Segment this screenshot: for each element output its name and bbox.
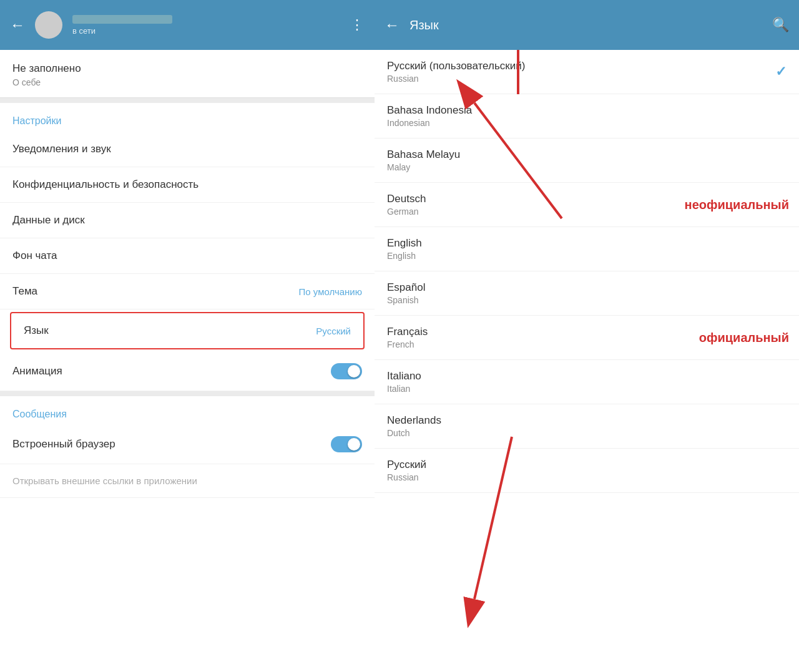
language-page-title: Язык [409, 18, 762, 32]
unofficial-label: неофициальный [685, 198, 789, 212]
sidebar-item-chat-bg[interactable]: Фон чата [0, 238, 375, 274]
back-button[interactable]: ← [10, 16, 25, 34]
sidebar-item-language[interactable]: Язык Русский [10, 312, 365, 349]
contact-status: в сети [72, 26, 340, 36]
left-content: Не заполнено О себе Настройки Уведомлени… [0, 50, 375, 672]
sidebar-item-theme[interactable]: Тема По умолчанию [0, 274, 375, 309]
search-icon[interactable]: 🔍 [772, 17, 789, 33]
sidebar-item-browser[interactable]: Встроенный браузер [0, 425, 375, 464]
language-list: Русский (пользовательский) Russian ✓ [375, 50, 799, 672]
list-item[interactable]: Français French официальный [375, 316, 799, 360]
sidebar-item-privacy[interactable]: Конфиденциальность и безопасность [0, 167, 375, 203]
official-label: официальный [699, 331, 789, 345]
more-button[interactable]: ⋮ [350, 17, 365, 33]
left-header: ← в сети ⋮ [0, 0, 375, 50]
profile-label: Не заполнено [12, 62, 362, 75]
language-back-button[interactable]: ← [385, 16, 400, 34]
right-panel: ← Язык 🔍 Русский (пользовательский) Russ… [375, 0, 799, 672]
profile-section: Не заполнено О себе [0, 50, 375, 98]
list-item[interactable]: Bahasa Melayu Malay [375, 139, 799, 183]
list-item[interactable]: Bahasa Indonesia Indonesian [375, 94, 799, 139]
messages-section-header: Сообщения [0, 396, 375, 425]
sidebar-item-notifications[interactable]: Уведомления и звук [0, 132, 375, 167]
profile-sublabel: О себе [12, 77, 362, 87]
right-header: ← Язык 🔍 [375, 0, 799, 50]
divider2 [0, 391, 375, 396]
sidebar-item-data[interactable]: Данные и диск [0, 203, 375, 238]
list-item[interactable]: Español Spanish [375, 271, 799, 316]
sidebar-item-open-links[interactable]: Открывать внешние ссылки в приложении [0, 464, 375, 498]
browser-toggle[interactable] [331, 436, 362, 452]
header-info: в сети [72, 15, 340, 36]
animation-toggle[interactable] [331, 363, 362, 379]
list-item[interactable]: Deutsch German неофициальный [375, 183, 799, 227]
settings-section-header: Настройки [0, 103, 375, 132]
list-item[interactable]: Nederlands Dutch [375, 404, 799, 449]
avatar [35, 11, 62, 39]
list-item[interactable]: Русский Russian [375, 449, 799, 493]
contact-name [72, 15, 172, 24]
list-item[interactable]: Русский (пользовательский) Russian ✓ [375, 50, 799, 94]
sidebar-item-animation[interactable]: Анимация [0, 352, 375, 391]
selected-checkmark: ✓ [775, 64, 787, 80]
left-panel: ← в сети ⋮ Не заполнено О себе Настройки… [0, 0, 375, 672]
list-item[interactable]: Italiano Italian [375, 360, 799, 404]
list-item[interactable]: English English [375, 227, 799, 271]
divider [0, 98, 375, 103]
